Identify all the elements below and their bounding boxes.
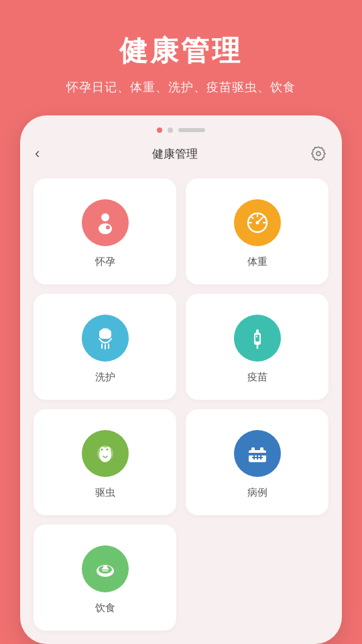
deworming-icon-bg: [82, 430, 129, 477]
disease-icon-bg: [234, 430, 281, 477]
svg-rect-20: [256, 335, 257, 337]
svg-point-0: [316, 152, 320, 156]
svg-line-11: [257, 219, 261, 223]
svg-point-27: [106, 448, 108, 450]
back-button[interactable]: ‹: [35, 145, 40, 162]
svg-point-38: [103, 565, 107, 569]
svg-rect-29: [251, 447, 255, 453]
pregnancy-label: 怀孕: [95, 256, 115, 268]
vaccine-icon: [245, 325, 270, 351]
diet-label: 饮食: [95, 602, 115, 614]
weight-icon: [245, 210, 270, 235]
diet-icon-bg: [82, 545, 129, 592]
phone-card: ‹ 健康管理 怀孕: [20, 115, 342, 644]
nav-bar: ‹ 健康管理: [20, 140, 342, 172]
header-section: 健康管理 怀孕日记、体重、洗护、疫苗驱虫、饮食: [0, 0, 362, 115]
grid-container: 怀孕 体重: [20, 172, 342, 644]
pregnancy-icon-bg: [82, 199, 129, 246]
svg-line-10: [251, 217, 253, 218]
grooming-icon: [93, 325, 118, 351]
pregnancy-icon: [93, 210, 118, 235]
svg-line-9: [261, 217, 263, 218]
svg-rect-13: [102, 328, 109, 332]
diet-icon: [93, 556, 118, 582]
dot-line: [178, 128, 205, 132]
grooming-icon-bg: [82, 315, 129, 362]
disease-label: 病例: [247, 486, 267, 499]
grid-item-diet[interactable]: 饮食: [34, 525, 176, 631]
settings-button[interactable]: [310, 145, 327, 162]
grid-item-disease[interactable]: 病例: [186, 409, 328, 515]
main-title: 健康管理: [119, 32, 243, 70]
disease-icon: [245, 441, 270, 466]
svg-rect-31: [249, 453, 266, 455]
dot-1: [157, 127, 162, 133]
nav-title: 健康管理: [152, 146, 198, 162]
weight-icon-bg: [234, 199, 281, 246]
settings-icon: [310, 146, 326, 162]
grid-item-grooming[interactable]: 洗护: [34, 294, 176, 400]
grid-item-deworming[interactable]: 驱虫: [34, 409, 176, 515]
dot-2: [168, 127, 173, 133]
svg-point-3: [106, 225, 110, 229]
grid-item-vaccine[interactable]: 疫苗: [186, 294, 328, 400]
svg-point-1: [101, 213, 109, 221]
svg-rect-30: [260, 447, 263, 453]
phone-dots: [20, 115, 342, 140]
vaccine-label: 疫苗: [247, 371, 267, 384]
grid-item-pregnancy[interactable]: 怀孕: [34, 178, 176, 284]
svg-rect-19: [255, 335, 259, 341]
deworming-icon: [93, 441, 118, 466]
vaccine-icon-bg: [234, 315, 281, 362]
grooming-label: 洗护: [95, 371, 115, 384]
weight-label: 体重: [247, 256, 267, 268]
grid-item-weight[interactable]: 体重: [186, 178, 328, 284]
svg-point-2: [99, 223, 112, 234]
deworming-label: 驱虫: [95, 486, 115, 499]
svg-point-26: [101, 448, 103, 450]
subtitle: 怀孕日记、体重、洗护、疫苗驱虫、饮食: [66, 79, 296, 95]
